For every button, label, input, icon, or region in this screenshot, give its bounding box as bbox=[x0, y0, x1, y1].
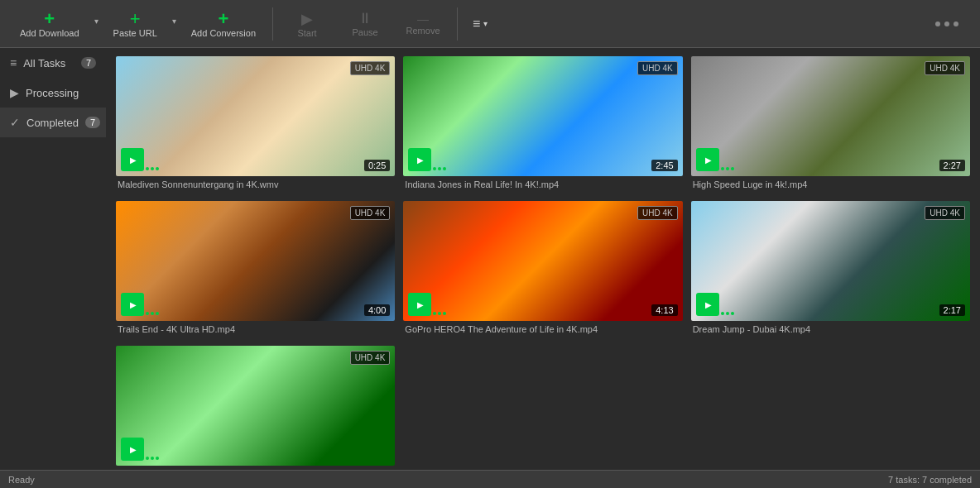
toolbar-divider-2 bbox=[457, 7, 458, 41]
duration-badge: 4:13 bbox=[651, 304, 677, 316]
play-dots bbox=[433, 167, 446, 170]
video-title: Dream Jump - Dubai 4K.mp4 bbox=[691, 321, 970, 337]
play-dot-1 bbox=[433, 167, 436, 170]
uhd-badge: UHD 4K bbox=[637, 206, 678, 220]
all-tasks-label: All Tasks bbox=[23, 57, 65, 69]
video-thumbnail: UHD 4K 2:27 bbox=[691, 56, 970, 176]
paste-icon: + bbox=[130, 10, 141, 28]
dot-2 bbox=[944, 22, 949, 26]
all-tasks-icon: ≡ bbox=[10, 56, 17, 69]
paste-url-button[interactable]: + Paste URL bbox=[102, 5, 169, 43]
play-button[interactable] bbox=[121, 293, 144, 316]
video-title: Malediven Sonnenuntergang in 4K.wmv bbox=[116, 176, 395, 193]
play-dot-3 bbox=[156, 457, 159, 460]
statusbar-tasks: 7 tasks: 7 completed bbox=[888, 475, 972, 485]
add-conversion-button[interactable]: + Add Conversion bbox=[180, 5, 267, 43]
video-card[interactable]: UHD 4K 2:45 Indiana Jones in Real Life! … bbox=[403, 56, 682, 193]
uhd-badge: UHD 4K bbox=[350, 61, 391, 75]
main-layout: ≡ All Tasks 7 ▶ Processing ✓ Completed 7… bbox=[0, 48, 980, 470]
statusbar-ready: Ready bbox=[8, 475, 35, 485]
content-area: UHD 4K 0:25 Malediven Sonnenuntergang in… bbox=[106, 48, 980, 470]
toolbar-dots bbox=[935, 22, 972, 26]
uhd-badge: UHD 4K bbox=[350, 206, 391, 220]
play-button[interactable] bbox=[121, 148, 144, 171]
uhd-badge: UHD 4K bbox=[925, 61, 965, 75]
play-dots bbox=[721, 167, 734, 170]
play-dot-1 bbox=[146, 457, 149, 460]
play-dot-1 bbox=[721, 312, 724, 315]
video-card[interactable]: UHD 4K 0:25 Malediven Sonnenuntergang in… bbox=[116, 56, 395, 193]
add-download-arrow[interactable]: ▾ bbox=[91, 17, 102, 31]
start-button[interactable]: ▶ Start bbox=[278, 5, 336, 43]
play-dots bbox=[146, 457, 159, 460]
plus-icon: + bbox=[44, 10, 55, 28]
pause-label: Pause bbox=[352, 27, 377, 37]
completed-badge: 7 bbox=[85, 117, 100, 128]
duration-badge: 0:25 bbox=[364, 160, 390, 171]
sidebar-item-completed[interactable]: ✓ Completed 7 bbox=[0, 108, 106, 137]
video-card[interactable]: UHD 4K UHD 4K bird video bbox=[116, 346, 395, 470]
sidebar-item-processing[interactable]: ▶ Processing bbox=[0, 78, 106, 108]
play-dot-3 bbox=[443, 167, 446, 170]
completed-label: Completed bbox=[26, 117, 79, 129]
statusbar: Ready 7 tasks: 7 completed bbox=[0, 470, 980, 488]
play-dots bbox=[146, 167, 159, 170]
play-dot-2 bbox=[151, 312, 154, 315]
video-thumbnail: UHD 4K 2:45 bbox=[403, 56, 682, 176]
pause-icon: ⏸ bbox=[358, 10, 372, 27]
add-download-label: Add Download bbox=[20, 28, 79, 38]
video-card[interactable]: UHD 4K 4:00 Trails End - 4K Ultra HD.mp4 bbox=[116, 201, 395, 337]
video-card[interactable]: UHD 4K 2:27 High Speed Luge in 4k!.mp4 bbox=[691, 56, 970, 193]
play-dot-3 bbox=[443, 312, 446, 315]
toolbar: + Add Download ▾ + Paste URL ▾ + Add Con… bbox=[0, 0, 980, 48]
play-dot-2 bbox=[438, 167, 441, 170]
video-thumbnail: UHD 4K 0:25 bbox=[116, 56, 395, 176]
start-label: Start bbox=[297, 28, 316, 38]
video-thumbnail: UHD 4K 4:13 bbox=[403, 201, 682, 321]
menu-button[interactable]: ≡ ▾ bbox=[463, 10, 497, 38]
video-title: Trails End - 4K Ultra HD.mp4 bbox=[116, 321, 395, 337]
processing-icon: ▶ bbox=[10, 86, 19, 99]
remove-icon: — bbox=[417, 12, 429, 26]
video-title: High Speed Luge in 4k!.mp4 bbox=[691, 176, 970, 193]
paste-url-label: Paste URL bbox=[113, 28, 157, 38]
processing-label: Processing bbox=[26, 87, 79, 99]
video-title: Indiana Jones in Real Life! In 4K!.mp4 bbox=[403, 176, 682, 193]
video-title: GoPro HERO4 The Adventure of Life in 4K.… bbox=[403, 321, 682, 337]
remove-button[interactable]: — Remove bbox=[394, 7, 452, 41]
play-dot-3 bbox=[731, 167, 734, 170]
all-tasks-badge: 7 bbox=[81, 57, 96, 69]
play-button[interactable] bbox=[696, 293, 719, 316]
play-button[interactable] bbox=[408, 293, 431, 316]
play-dot-1 bbox=[146, 312, 149, 315]
play-dot-2 bbox=[726, 312, 729, 315]
pause-button[interactable]: ⏸ Pause bbox=[336, 5, 394, 42]
add-download-button[interactable]: + Add Download bbox=[8, 5, 91, 43]
video-thumbnail: UHD 4K 2:17 bbox=[691, 201, 970, 321]
duration-badge: 2:17 bbox=[939, 304, 965, 316]
video-thumbnail: UHD 4K 4:00 bbox=[116, 201, 395, 321]
video-thumbnail: UHD 4K bbox=[116, 346, 395, 466]
video-card[interactable]: UHD 4K 2:17 Dream Jump - Dubai 4K.mp4 bbox=[691, 201, 970, 337]
paste-url-arrow[interactable]: ▾ bbox=[169, 17, 180, 31]
sidebar-item-all-tasks[interactable]: ≡ All Tasks 7 bbox=[0, 48, 106, 78]
sidebar: ≡ All Tasks 7 ▶ Processing ✓ Completed 7 bbox=[0, 48, 106, 470]
conversion-plus-icon: + bbox=[218, 10, 228, 28]
play-button[interactable] bbox=[696, 148, 719, 171]
play-dot-3 bbox=[156, 167, 159, 170]
play-dot-3 bbox=[731, 312, 734, 315]
play-button[interactable] bbox=[121, 438, 144, 461]
add-conversion-group: + Add Conversion bbox=[180, 5, 267, 43]
video-grid: UHD 4K 0:25 Malediven Sonnenuntergang in… bbox=[116, 56, 970, 470]
video-card[interactable]: UHD 4K 4:13 GoPro HERO4 The Adventure of… bbox=[403, 201, 682, 337]
play-dot-3 bbox=[156, 312, 159, 315]
menu-arrow-icon: ▾ bbox=[483, 19, 488, 28]
play-dot-1 bbox=[146, 167, 149, 170]
toolbar-divider-1 bbox=[272, 7, 273, 41]
play-dots bbox=[721, 312, 734, 315]
play-dot-2 bbox=[151, 167, 154, 170]
add-download-group: + Add Download ▾ bbox=[8, 5, 102, 43]
uhd-badge: UHD 4K bbox=[925, 206, 965, 220]
play-button[interactable] bbox=[408, 148, 431, 171]
paste-url-group: + Paste URL ▾ bbox=[102, 5, 180, 43]
